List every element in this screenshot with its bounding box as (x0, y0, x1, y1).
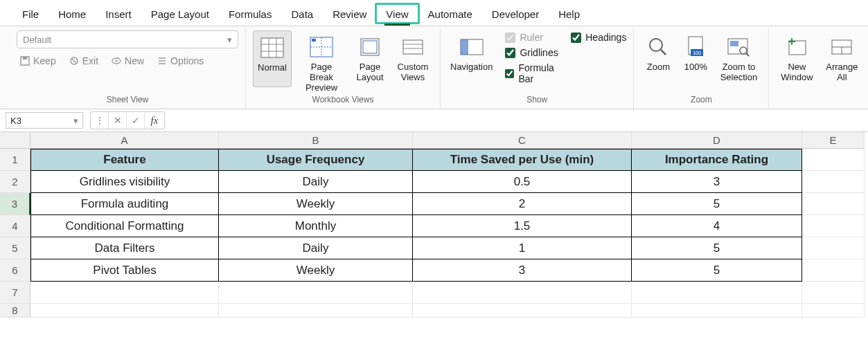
cell-d7[interactable] (632, 282, 802, 304)
cell-d8[interactable] (632, 304, 802, 318)
cell-c4[interactable]: 1.5 (413, 215, 632, 237)
group-label-sheet-view: Sheet View (107, 93, 149, 107)
tab-review[interactable]: Review (323, 4, 376, 26)
sheet-view-dropdown[interactable]: Default ▾ (17, 30, 238, 48)
cell-b8[interactable] (219, 304, 413, 318)
cell-d1[interactable]: Importance Rating (632, 149, 802, 171)
cell-e8[interactable] (802, 304, 865, 318)
new-button[interactable]: New (108, 54, 147, 68)
cell-c2[interactable]: 0.5 (413, 171, 632, 193)
gridlines-checkbox[interactable]: Gridlines (505, 47, 561, 58)
row-header-4[interactable]: 4 (0, 215, 30, 237)
fx-icon[interactable]: fx (145, 112, 164, 129)
cell-e1[interactable] (802, 149, 865, 171)
row-header-6[interactable]: 6 (0, 259, 30, 282)
tab-insert[interactable]: Insert (96, 4, 141, 26)
zoom-100-button[interactable]: 100 100% (680, 30, 711, 86)
col-header-e[interactable]: E (802, 132, 865, 149)
cancel-icon[interactable]: ✕ (109, 112, 127, 129)
tab-view[interactable]: View (376, 4, 418, 26)
cell-a3[interactable]: Formula auditing (30, 193, 219, 215)
exit-icon (69, 55, 80, 66)
options-button[interactable]: Options (154, 54, 206, 68)
zoom-button[interactable]: Zoom (641, 30, 675, 86)
cell-e6[interactable] (802, 259, 865, 282)
tab-formulas[interactable]: Formulas (219, 4, 282, 26)
col-header-b[interactable]: B (219, 132, 413, 149)
cell-a4[interactable]: Conditional Formatting (30, 215, 219, 237)
cell-e4[interactable] (802, 215, 865, 237)
row-header-3[interactable]: 3 (0, 193, 30, 215)
tab-home[interactable]: Home (48, 4, 96, 26)
tab-automate[interactable]: Automate (418, 4, 482, 26)
svg-line-26 (661, 50, 666, 55)
cell-d2[interactable]: 3 (632, 171, 802, 193)
headings-checkbox-input[interactable] (571, 33, 581, 43)
tab-file[interactable]: File (12, 4, 48, 26)
new-window-icon (783, 33, 811, 61)
cell-d4[interactable]: 4 (632, 215, 802, 237)
exit-button[interactable]: Exit (66, 54, 101, 68)
svg-rect-17 (312, 39, 316, 42)
cell-e2[interactable] (802, 171, 865, 193)
cell-a6[interactable]: Pivot Tables (30, 259, 219, 282)
row-header-2[interactable]: 2 (0, 171, 30, 193)
name-box[interactable]: K3 ▾ (6, 112, 83, 129)
select-all-corner[interactable] (0, 132, 30, 149)
cell-d6[interactable]: 5 (632, 259, 802, 282)
page-break-preview-button[interactable]: Page Break Preview (296, 30, 347, 93)
cell-c5[interactable]: 1 (413, 237, 632, 259)
row-header-5[interactable]: 5 (0, 237, 30, 259)
row-header-7[interactable]: 7 (0, 282, 30, 304)
group-label-show: Show (526, 93, 547, 107)
col-header-c[interactable]: C (413, 132, 632, 149)
cell-e3[interactable] (802, 193, 865, 215)
cell-d3[interactable]: 5 (632, 193, 802, 215)
formula-bar-checkbox[interactable]: Formula Bar (505, 62, 561, 84)
cell-c7[interactable] (413, 282, 632, 304)
formula-input[interactable] (168, 112, 862, 129)
cell-c6[interactable]: 3 (413, 259, 632, 282)
cell-b6[interactable]: Weekly (219, 259, 413, 282)
cell-a5[interactable]: Data Filters (30, 237, 219, 259)
gridlines-checkbox-input[interactable] (505, 48, 515, 58)
ruler-checkbox[interactable]: Ruler (505, 32, 561, 43)
cell-b5[interactable]: Daily (219, 237, 413, 259)
keep-button[interactable]: Keep (17, 54, 59, 68)
row-header-1[interactable]: 1 (0, 149, 30, 171)
normal-view-button[interactable]: Normal (253, 30, 292, 87)
cell-b3[interactable]: Weekly (219, 193, 413, 215)
cell-a8[interactable] (30, 304, 219, 318)
cell-d5[interactable]: 5 (632, 237, 802, 259)
col-header-d[interactable]: D (632, 132, 802, 149)
cell-b2[interactable]: Daily (219, 171, 413, 193)
tab-developer[interactable]: Developer (482, 4, 549, 26)
row-header-8[interactable]: 8 (0, 304, 30, 318)
cell-b7[interactable] (219, 282, 413, 304)
cell-b4[interactable]: Monthly (219, 215, 413, 237)
navigation-button[interactable]: Navigation (448, 30, 495, 86)
zoom-to-selection-button[interactable]: Zoom to Selection (716, 30, 761, 86)
cell-a1[interactable]: Feature (30, 149, 219, 171)
arrange-all-button[interactable]: Arrange All (822, 30, 862, 86)
cell-a7[interactable] (30, 282, 219, 304)
tab-help[interactable]: Help (549, 4, 590, 26)
cell-b1[interactable]: Usage Frequency (219, 149, 413, 171)
cell-e7[interactable] (802, 282, 865, 304)
col-header-a[interactable]: A (30, 132, 219, 149)
confirm-icon[interactable]: ✓ (127, 112, 145, 129)
dropdown-more-icon[interactable]: ⋮ (91, 112, 109, 129)
cell-a2[interactable]: Gridlines visibility (30, 171, 219, 193)
formula-bar-checkbox-input[interactable] (505, 68, 514, 79)
headings-checkbox[interactable]: Headings (571, 32, 626, 43)
custom-views-button[interactable]: Custom Views (393, 30, 433, 86)
cell-e5[interactable] (802, 237, 865, 259)
new-window-button[interactable]: New Window (776, 30, 817, 86)
ruler-checkbox-input[interactable] (505, 33, 515, 43)
cell-c3[interactable]: 2 (413, 193, 632, 215)
tab-page-layout[interactable]: Page Layout (141, 4, 219, 26)
cell-c8[interactable] (413, 304, 632, 318)
tab-data[interactable]: Data (281, 4, 323, 26)
page-layout-button[interactable]: Page Layout (351, 30, 389, 86)
cell-c1[interactable]: Time Saved per Use (min) (413, 149, 632, 171)
